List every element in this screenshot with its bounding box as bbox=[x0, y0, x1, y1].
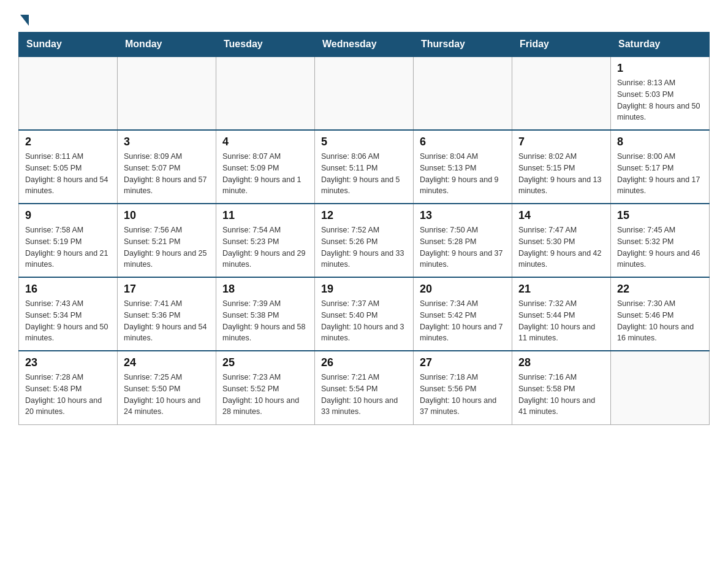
calendar-cell: 22Sunrise: 7:30 AM Sunset: 5:46 PM Dayli… bbox=[611, 277, 710, 351]
day-number: 11 bbox=[222, 209, 308, 222]
weekday-header-wednesday: Wednesday bbox=[315, 33, 414, 57]
day-number: 8 bbox=[617, 136, 703, 148]
calendar-cell: 27Sunrise: 7:18 AM Sunset: 5:56 PM Dayli… bbox=[414, 351, 512, 424]
calendar-cell: 7Sunrise: 8:02 AM Sunset: 5:15 PM Daylig… bbox=[512, 130, 611, 204]
day-number: 27 bbox=[420, 356, 506, 369]
calendar-cell: 28Sunrise: 7:16 AM Sunset: 5:58 PM Dayli… bbox=[512, 351, 611, 424]
weekday-header-tuesday: Tuesday bbox=[216, 33, 315, 57]
logo-triangle-icon bbox=[20, 15, 29, 26]
day-number: 3 bbox=[124, 136, 210, 148]
calendar-cell: 17Sunrise: 7:41 AM Sunset: 5:36 PM Dayli… bbox=[118, 277, 216, 351]
calendar-cell bbox=[118, 56, 216, 130]
calendar-cell: 25Sunrise: 7:23 AM Sunset: 5:52 PM Dayli… bbox=[216, 351, 315, 424]
calendar-week-row: 2Sunrise: 8:11 AM Sunset: 5:05 PM Daylig… bbox=[19, 130, 710, 204]
calendar-cell: 1Sunrise: 8:13 AM Sunset: 5:03 PM Daylig… bbox=[611, 56, 710, 130]
calendar-cell: 15Sunrise: 7:45 AM Sunset: 5:32 PM Dayli… bbox=[611, 204, 710, 277]
weekday-header-sunday: Sunday bbox=[19, 33, 118, 57]
day-number: 17 bbox=[124, 283, 210, 296]
calendar-cell bbox=[315, 56, 414, 130]
calendar-cell: 8Sunrise: 8:00 AM Sunset: 5:17 PM Daylig… bbox=[611, 130, 710, 204]
day-info: Sunrise: 7:50 AM Sunset: 5:28 PM Dayligh… bbox=[420, 224, 506, 270]
day-number: 22 bbox=[617, 283, 703, 296]
calendar-cell bbox=[414, 56, 512, 130]
day-number: 13 bbox=[420, 209, 506, 222]
day-info: Sunrise: 7:45 AM Sunset: 5:32 PM Dayligh… bbox=[617, 224, 703, 270]
calendar-cell: 3Sunrise: 8:09 AM Sunset: 5:07 PM Daylig… bbox=[118, 130, 216, 204]
day-info: Sunrise: 8:13 AM Sunset: 5:03 PM Dayligh… bbox=[617, 77, 703, 123]
day-info: Sunrise: 7:52 AM Sunset: 5:26 PM Dayligh… bbox=[321, 224, 407, 270]
day-info: Sunrise: 7:28 AM Sunset: 5:48 PM Dayligh… bbox=[25, 372, 111, 418]
calendar-cell: 23Sunrise: 7:28 AM Sunset: 5:48 PM Dayli… bbox=[19, 351, 118, 424]
day-number: 26 bbox=[321, 356, 407, 369]
calendar-table: SundayMondayTuesdayWednesdayThursdayFrid… bbox=[18, 32, 710, 425]
day-info: Sunrise: 8:06 AM Sunset: 5:11 PM Dayligh… bbox=[321, 151, 407, 197]
calendar-cell: 2Sunrise: 8:11 AM Sunset: 5:05 PM Daylig… bbox=[19, 130, 118, 204]
day-number: 12 bbox=[321, 209, 407, 222]
day-info: Sunrise: 7:47 AM Sunset: 5:30 PM Dayligh… bbox=[518, 224, 604, 270]
calendar-week-row: 9Sunrise: 7:58 AM Sunset: 5:19 PM Daylig… bbox=[19, 204, 710, 277]
day-info: Sunrise: 7:30 AM Sunset: 5:46 PM Dayligh… bbox=[617, 298, 703, 344]
day-number: 23 bbox=[25, 356, 111, 369]
calendar-cell: 6Sunrise: 8:04 AM Sunset: 5:13 PM Daylig… bbox=[414, 130, 512, 204]
day-number: 2 bbox=[25, 136, 111, 148]
calendar-cell bbox=[19, 56, 118, 130]
calendar-cell: 10Sunrise: 7:56 AM Sunset: 5:21 PM Dayli… bbox=[118, 204, 216, 277]
day-number: 6 bbox=[420, 136, 506, 148]
day-info: Sunrise: 7:25 AM Sunset: 5:50 PM Dayligh… bbox=[124, 372, 210, 418]
logo bbox=[18, 12, 29, 26]
calendar-cell: 20Sunrise: 7:34 AM Sunset: 5:42 PM Dayli… bbox=[414, 277, 512, 351]
day-info: Sunrise: 7:37 AM Sunset: 5:40 PM Dayligh… bbox=[321, 298, 407, 344]
day-info: Sunrise: 7:21 AM Sunset: 5:54 PM Dayligh… bbox=[321, 372, 407, 418]
day-number: 18 bbox=[222, 283, 308, 296]
calendar-week-row: 16Sunrise: 7:43 AM Sunset: 5:34 PM Dayli… bbox=[19, 277, 710, 351]
day-info: Sunrise: 7:43 AM Sunset: 5:34 PM Dayligh… bbox=[25, 298, 111, 344]
page-header bbox=[18, 12, 710, 26]
day-number: 16 bbox=[25, 283, 111, 296]
day-number: 20 bbox=[420, 283, 506, 296]
day-info: Sunrise: 8:11 AM Sunset: 5:05 PM Dayligh… bbox=[25, 151, 111, 197]
day-info: Sunrise: 8:09 AM Sunset: 5:07 PM Dayligh… bbox=[124, 151, 210, 197]
calendar-week-row: 23Sunrise: 7:28 AM Sunset: 5:48 PM Dayli… bbox=[19, 351, 710, 424]
day-number: 28 bbox=[518, 356, 604, 369]
day-number: 21 bbox=[518, 283, 604, 296]
calendar-cell: 13Sunrise: 7:50 AM Sunset: 5:28 PM Dayli… bbox=[414, 204, 512, 277]
day-info: Sunrise: 7:32 AM Sunset: 5:44 PM Dayligh… bbox=[518, 298, 604, 344]
calendar-cell: 19Sunrise: 7:37 AM Sunset: 5:40 PM Dayli… bbox=[315, 277, 414, 351]
day-info: Sunrise: 8:04 AM Sunset: 5:13 PM Dayligh… bbox=[420, 151, 506, 197]
day-info: Sunrise: 7:58 AM Sunset: 5:19 PM Dayligh… bbox=[25, 224, 111, 270]
calendar-cell: 5Sunrise: 8:06 AM Sunset: 5:11 PM Daylig… bbox=[315, 130, 414, 204]
day-number: 9 bbox=[25, 209, 111, 222]
calendar-cell bbox=[611, 351, 710, 424]
day-info: Sunrise: 8:02 AM Sunset: 5:15 PM Dayligh… bbox=[518, 151, 604, 197]
day-info: Sunrise: 7:18 AM Sunset: 5:56 PM Dayligh… bbox=[420, 372, 506, 418]
day-info: Sunrise: 7:56 AM Sunset: 5:21 PM Dayligh… bbox=[124, 224, 210, 270]
calendar-cell: 21Sunrise: 7:32 AM Sunset: 5:44 PM Dayli… bbox=[512, 277, 611, 351]
calendar-cell: 18Sunrise: 7:39 AM Sunset: 5:38 PM Dayli… bbox=[216, 277, 315, 351]
day-number: 15 bbox=[617, 209, 703, 222]
day-number: 24 bbox=[124, 356, 210, 369]
calendar-cell: 26Sunrise: 7:21 AM Sunset: 5:54 PM Dayli… bbox=[315, 351, 414, 424]
calendar-cell: 11Sunrise: 7:54 AM Sunset: 5:23 PM Dayli… bbox=[216, 204, 315, 277]
day-number: 14 bbox=[518, 209, 604, 222]
day-info: Sunrise: 7:54 AM Sunset: 5:23 PM Dayligh… bbox=[222, 224, 308, 270]
calendar-cell: 16Sunrise: 7:43 AM Sunset: 5:34 PM Dayli… bbox=[19, 277, 118, 351]
weekday-header-thursday: Thursday bbox=[414, 33, 512, 57]
day-number: 4 bbox=[222, 136, 308, 148]
calendar-cell: 12Sunrise: 7:52 AM Sunset: 5:26 PM Dayli… bbox=[315, 204, 414, 277]
day-number: 7 bbox=[518, 136, 604, 148]
day-number: 10 bbox=[124, 209, 210, 222]
weekday-header-monday: Monday bbox=[118, 33, 216, 57]
day-info: Sunrise: 7:23 AM Sunset: 5:52 PM Dayligh… bbox=[222, 372, 308, 418]
day-info: Sunrise: 7:39 AM Sunset: 5:38 PM Dayligh… bbox=[222, 298, 308, 344]
day-number: 19 bbox=[321, 283, 407, 296]
day-number: 1 bbox=[617, 62, 703, 75]
calendar-cell: 9Sunrise: 7:58 AM Sunset: 5:19 PM Daylig… bbox=[19, 204, 118, 277]
day-info: Sunrise: 8:07 AM Sunset: 5:09 PM Dayligh… bbox=[222, 151, 308, 197]
calendar-cell: 4Sunrise: 8:07 AM Sunset: 5:09 PM Daylig… bbox=[216, 130, 315, 204]
weekday-header-friday: Friday bbox=[512, 33, 611, 57]
calendar-week-row: 1Sunrise: 8:13 AM Sunset: 5:03 PM Daylig… bbox=[19, 56, 710, 130]
day-number: 5 bbox=[321, 136, 407, 148]
weekday-header-saturday: Saturday bbox=[611, 33, 710, 57]
day-number: 25 bbox=[222, 356, 308, 369]
day-info: Sunrise: 7:34 AM Sunset: 5:42 PM Dayligh… bbox=[420, 298, 506, 344]
